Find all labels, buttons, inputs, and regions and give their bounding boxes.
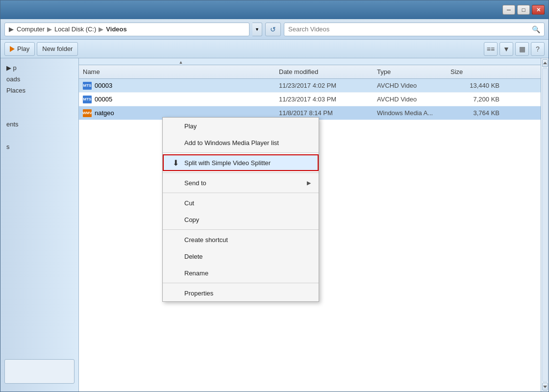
sidebar-item-blank1 [0,96,78,107]
play-icon [10,46,15,52]
sort-indicator: ▲ [83,58,279,65]
help-button[interactable]: ? [531,42,545,56]
cut-icon [171,198,180,208]
file-name: 00003 [95,82,279,89]
sidebar: ▶ p oads Places ents s [0,58,79,392]
scrollbar-down-button[interactable] [542,383,548,391]
file-list-container: ▲ Name Date modified Type Size MTS 00003… [79,58,541,392]
copy-icon [171,215,180,224]
split-icon: ⬇ [171,158,180,168]
breadcrumb[interactable]: ▶ Computer ▶ Local Disk (C:) ▶ Videos [4,23,250,36]
close-button[interactable]: ✕ [532,5,545,15]
search-icon[interactable]: 🔍 [532,25,540,33]
file-size: 7,200 KB [450,96,499,103]
view-buttons: ≡≡ ▼ ▦ ? [484,42,545,56]
delete-icon [171,251,180,261]
breadcrumb-videos-text: Videos [106,25,126,33]
view-preview-button[interactable]: ▦ [515,42,529,56]
properties-icon [171,288,180,298]
file-size: 13,440 KB [450,82,499,89]
menu-item-copy[interactable]: Copy [163,211,319,228]
toolbar: Play New folder ≡≡ ▼ ▦ ? [0,40,549,58]
file-list-header: Name Date modified Type Size [79,65,541,79]
menu-properties-label: Properties [184,290,311,297]
rename-icon [171,268,180,278]
scrollbar-thumb[interactable] [542,68,548,382]
menu-add-wmp-label: Add to Windows Media Player list [184,139,311,147]
col-header-size[interactable]: Size [450,68,499,75]
menu-separator-4 [163,229,319,230]
menu-item-split[interactable]: ⬇ Split with Simple Video Splitter [163,154,319,171]
file-icon-wma: WMV [83,109,92,118]
breadcrumb-sep1: ▶ [47,25,52,33]
scrollbar-track[interactable] [541,58,549,392]
sidebar-item-documents[interactable]: ents [0,119,78,130]
play-button[interactable]: Play [4,42,35,56]
breadcrumb-sep2: ▶ [99,25,103,33]
sidebar-item-s[interactable]: s [0,141,78,152]
menu-item-play[interactable]: Play [163,118,319,134]
search-box: 🔍 [284,23,545,36]
file-size: 3,764 KB [450,109,499,117]
menu-shortcut-label: Create shortcut [184,236,311,244]
play-label: Play [17,45,29,52]
menu-separator-2 [163,172,319,173]
menu-play-label: Play [184,122,311,130]
title-bar-buttons: ─ □ ✕ [502,5,545,15]
menu-item-add-wmp[interactable]: Add to Windows Media Player list [163,134,319,151]
menu-delete-label: Delete [184,253,311,260]
submenu-arrow-icon: ▶ [307,180,311,186]
menu-separator-3 [163,193,319,193]
menu-item-create-shortcut[interactable]: Create shortcut [163,231,319,248]
menu-item-delete[interactable]: Delete [163,248,319,265]
col-header-type[interactable]: Type [377,68,450,75]
sidebar-box [4,359,75,384]
refresh-button[interactable]: ↺ [265,23,281,36]
maximize-button[interactable]: □ [517,5,530,15]
table-row[interactable]: MTS 00005 11/23/2017 4:03 PM AVCHD Video… [79,93,541,106]
minimize-button[interactable]: ─ [502,5,515,15]
breadcrumb-computer-text: Computer [17,25,45,33]
breadcrumb-dropdown[interactable]: ▼ [252,23,262,36]
file-name: 00005 [95,96,279,103]
view-details-button[interactable]: ≡≡ [484,42,498,56]
file-name: natgeo [95,109,279,117]
menu-copy-label: Copy [184,216,311,223]
view-dropdown-button[interactable]: ▼ [499,42,513,56]
dropdown-arrow-icon: ▼ [255,27,259,32]
sidebar-item-p[interactable]: ▶ p [0,62,78,74]
sidebar-bottom [0,355,78,388]
file-icon-avchd: MTS [83,81,92,90]
sidebar-item-blank2 [0,107,78,119]
sidebar-item-places[interactable]: Places [0,85,78,96]
context-menu: Play Add to Windows Media Player list ⬇ … [162,117,319,302]
menu-item-send-to[interactable]: Send to ▶ [163,174,319,191]
file-icon-avchd: MTS [83,95,92,104]
menu-item-properties[interactable]: Properties [163,285,319,301]
search-input[interactable] [288,25,529,33]
file-type: Windows Media A... [377,109,450,117]
col-header-date[interactable]: Date modified [279,68,377,75]
sort-indicator-row: ▲ [79,58,541,65]
title-bar: ─ □ ✕ [0,0,549,19]
table-row[interactable]: MTS 00003 11/23/2017 4:02 PM AVCHD Video… [79,79,541,93]
refresh-icon: ↺ [270,25,276,33]
file-date: 11/23/2017 4:02 PM [279,82,377,89]
menu-separator-5 [163,283,319,283]
menu-item-cut[interactable]: Cut [163,195,319,211]
sidebar-item-downloads[interactable]: oads [0,74,78,85]
menu-item-rename[interactable]: Rename [163,265,319,281]
file-type: AVCHD Video [377,96,450,103]
new-folder-button[interactable]: New folder [37,42,78,56]
send-to-icon [171,178,180,188]
address-bar: ▶ Computer ▶ Local Disk (C:) ▶ Videos ▼ … [0,19,549,40]
breadcrumb-arrow: ▶ [9,25,14,33]
new-folder-label: New folder [42,45,73,52]
col-header-name[interactable]: Name [83,68,279,75]
play-menu-icon [171,121,180,131]
breadcrumb-localdisk-text: Local Disk (C:) [54,25,96,33]
menu-rename-label: Rename [184,270,311,277]
main-area: ▶ p oads Places ents s ▲ Name D [0,58,549,392]
file-date: 11/8/2017 8:14 PM [279,109,377,117]
scrollbar-up-button[interactable] [542,59,548,67]
